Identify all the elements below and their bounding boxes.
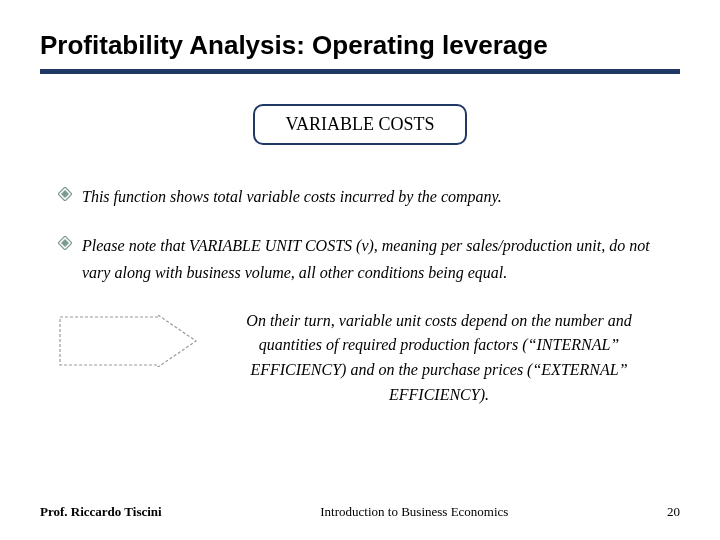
label-box-wrap: VARIABLE COSTS [40,104,680,145]
bullet-text: This function shows total variable costs… [82,183,680,210]
bullet-text: Please note that VARIABLE UNIT COSTS (v)… [82,232,680,286]
footer-title: Introduction to Business Economics [162,504,667,520]
slide: Profitability Analysis: Operating levera… [0,0,720,540]
bullet-item: This function shows total variable costs… [58,183,680,210]
page-title: Profitability Analysis: Operating levera… [40,30,680,61]
footer-row: Prof. Riccardo Tiscini Introduction to B… [40,504,680,520]
bullet-list: This function shows total variable costs… [40,183,680,287]
paragraph: On their turn, variable unit costs depen… [198,309,680,408]
svg-marker-3 [61,239,69,247]
svg-marker-1 [61,190,69,198]
arrow-graphic [40,309,198,371]
bullet-item: Please note that VARIABLE UNIT COSTS (v)… [58,232,680,286]
arrow-icon [58,315,198,367]
footer: Prof. Riccardo Tiscini Introduction to B… [0,504,720,520]
page-number: 20 [667,504,680,520]
diamond-bullet-icon [58,236,72,250]
title-rule [40,69,680,74]
footer-author: Prof. Riccardo Tiscini [40,504,162,520]
arrow-row: On their turn, variable unit costs depen… [40,309,680,408]
variable-costs-label: VARIABLE COSTS [253,104,466,145]
diamond-bullet-icon [58,187,72,201]
